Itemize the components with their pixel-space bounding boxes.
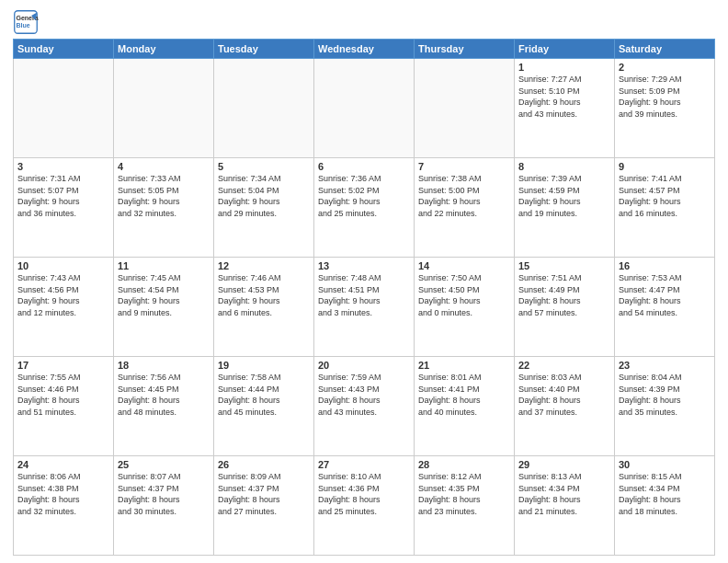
day-cell: 20Sunrise: 7:59 AM Sunset: 4:43 PM Dayli… xyxy=(314,357,415,456)
day-info: Sunrise: 7:34 AM Sunset: 5:04 PM Dayligh… xyxy=(218,173,310,219)
day-cell: 19Sunrise: 7:58 AM Sunset: 4:44 PM Dayli… xyxy=(214,357,314,456)
day-info: Sunrise: 7:39 AM Sunset: 4:59 PM Dayligh… xyxy=(518,173,610,219)
day-cell: 1Sunrise: 7:27 AM Sunset: 5:10 PM Daylig… xyxy=(515,59,615,158)
svg-text:Blue: Blue xyxy=(17,22,30,29)
day-cell: 23Sunrise: 8:04 AM Sunset: 4:39 PM Dayli… xyxy=(615,357,715,456)
day-info: Sunrise: 8:06 AM Sunset: 4:38 PM Dayligh… xyxy=(17,471,109,517)
day-info: Sunrise: 7:41 AM Sunset: 4:57 PM Dayligh… xyxy=(619,173,711,219)
weekday-header-wednesday: Wednesday xyxy=(314,40,415,59)
day-number: 6 xyxy=(318,161,410,172)
day-info: Sunrise: 8:09 AM Sunset: 4:37 PM Dayligh… xyxy=(218,471,310,517)
day-cell: 17Sunrise: 7:55 AM Sunset: 4:46 PM Dayli… xyxy=(14,357,114,456)
day-cell xyxy=(214,59,314,158)
week-row-3: 10Sunrise: 7:43 AM Sunset: 4:56 PM Dayli… xyxy=(14,258,715,357)
day-number: 15 xyxy=(518,260,610,271)
weekday-header-thursday: Thursday xyxy=(415,40,515,59)
day-number: 9 xyxy=(619,161,711,172)
day-number: 16 xyxy=(619,260,711,271)
day-cell: 10Sunrise: 7:43 AM Sunset: 4:56 PM Dayli… xyxy=(14,258,114,357)
day-info: Sunrise: 7:33 AM Sunset: 5:05 PM Dayligh… xyxy=(118,173,210,219)
day-info: Sunrise: 7:29 AM Sunset: 5:09 PM Dayligh… xyxy=(619,74,711,120)
weekday-header-friday: Friday xyxy=(515,40,615,59)
day-number: 3 xyxy=(17,161,109,172)
day-cell: 13Sunrise: 7:48 AM Sunset: 4:51 PM Dayli… xyxy=(314,258,415,357)
day-info: Sunrise: 7:38 AM Sunset: 5:00 PM Dayligh… xyxy=(418,173,510,219)
day-cell: 30Sunrise: 8:15 AM Sunset: 4:34 PM Dayli… xyxy=(615,456,715,556)
day-number: 14 xyxy=(418,260,510,271)
day-number: 23 xyxy=(619,360,711,371)
day-number: 12 xyxy=(218,260,310,271)
day-number: 1 xyxy=(518,62,610,73)
day-number: 19 xyxy=(218,360,310,371)
day-info: Sunrise: 7:27 AM Sunset: 5:10 PM Dayligh… xyxy=(518,74,610,120)
day-info: Sunrise: 8:10 AM Sunset: 4:36 PM Dayligh… xyxy=(318,471,410,517)
day-cell: 2Sunrise: 7:29 AM Sunset: 5:09 PM Daylig… xyxy=(615,59,715,158)
day-cell: 29Sunrise: 8:13 AM Sunset: 4:34 PM Dayli… xyxy=(515,456,615,556)
day-info: Sunrise: 7:50 AM Sunset: 4:50 PM Dayligh… xyxy=(418,272,510,318)
day-cell: 27Sunrise: 8:10 AM Sunset: 4:36 PM Dayli… xyxy=(314,456,415,556)
day-info: Sunrise: 8:03 AM Sunset: 4:40 PM Dayligh… xyxy=(518,372,610,418)
day-cell: 14Sunrise: 7:50 AM Sunset: 4:50 PM Dayli… xyxy=(415,258,515,357)
day-cell: 4Sunrise: 7:33 AM Sunset: 5:05 PM Daylig… xyxy=(114,158,214,258)
day-info: Sunrise: 7:46 AM Sunset: 4:53 PM Dayligh… xyxy=(218,272,310,318)
day-number: 22 xyxy=(518,360,610,371)
day-cell: 9Sunrise: 7:41 AM Sunset: 4:57 PM Daylig… xyxy=(615,158,715,258)
day-cell xyxy=(415,59,515,158)
day-cell xyxy=(314,59,415,158)
weekday-header-saturday: Saturday xyxy=(615,40,715,59)
day-cell: 8Sunrise: 7:39 AM Sunset: 4:59 PM Daylig… xyxy=(515,158,615,258)
day-cell: 7Sunrise: 7:38 AM Sunset: 5:00 PM Daylig… xyxy=(415,158,515,258)
day-number: 28 xyxy=(418,459,510,470)
day-number: 11 xyxy=(118,260,210,271)
week-row-5: 24Sunrise: 8:06 AM Sunset: 4:38 PM Dayli… xyxy=(14,456,715,556)
day-info: Sunrise: 8:12 AM Sunset: 4:35 PM Dayligh… xyxy=(418,471,510,517)
day-number: 26 xyxy=(218,459,310,470)
day-number: 20 xyxy=(318,360,410,371)
day-cell: 5Sunrise: 7:34 AM Sunset: 5:04 PM Daylig… xyxy=(214,158,314,258)
header: General Blue xyxy=(13,9,715,35)
day-info: Sunrise: 7:55 AM Sunset: 4:46 PM Dayligh… xyxy=(17,372,109,418)
day-cell: 21Sunrise: 8:01 AM Sunset: 4:41 PM Dayli… xyxy=(415,357,515,456)
day-info: Sunrise: 8:07 AM Sunset: 4:37 PM Dayligh… xyxy=(118,471,210,517)
page: General Blue SundayMondayTuesdayWednesda… xyxy=(0,0,728,563)
day-cell: 15Sunrise: 7:51 AM Sunset: 4:49 PM Dayli… xyxy=(515,258,615,357)
day-cell xyxy=(114,59,214,158)
day-number: 17 xyxy=(17,360,109,371)
day-number: 10 xyxy=(17,260,109,271)
day-info: Sunrise: 7:59 AM Sunset: 4:43 PM Dayligh… xyxy=(318,372,410,418)
day-number: 30 xyxy=(619,459,711,470)
day-cell: 28Sunrise: 8:12 AM Sunset: 4:35 PM Dayli… xyxy=(415,456,515,556)
weekday-header-row: SundayMondayTuesdayWednesdayThursdayFrid… xyxy=(14,40,715,59)
day-info: Sunrise: 7:48 AM Sunset: 4:51 PM Dayligh… xyxy=(318,272,410,318)
day-info: Sunrise: 7:56 AM Sunset: 4:45 PM Dayligh… xyxy=(118,372,210,418)
day-info: Sunrise: 8:04 AM Sunset: 4:39 PM Dayligh… xyxy=(619,372,711,418)
day-info: Sunrise: 7:43 AM Sunset: 4:56 PM Dayligh… xyxy=(17,272,109,318)
day-cell xyxy=(14,59,114,158)
day-number: 24 xyxy=(17,459,109,470)
day-info: Sunrise: 8:15 AM Sunset: 4:34 PM Dayligh… xyxy=(619,471,711,517)
day-cell: 16Sunrise: 7:53 AM Sunset: 4:47 PM Dayli… xyxy=(615,258,715,357)
day-info: Sunrise: 8:01 AM Sunset: 4:41 PM Dayligh… xyxy=(418,372,510,418)
day-cell: 24Sunrise: 8:06 AM Sunset: 4:38 PM Dayli… xyxy=(14,456,114,556)
weekday-header-tuesday: Tuesday xyxy=(214,40,314,59)
day-info: Sunrise: 8:13 AM Sunset: 4:34 PM Dayligh… xyxy=(518,471,610,517)
week-row-1: 1Sunrise: 7:27 AM Sunset: 5:10 PM Daylig… xyxy=(14,59,715,158)
day-number: 7 xyxy=(418,161,510,172)
day-number: 29 xyxy=(518,459,610,470)
day-number: 18 xyxy=(118,360,210,371)
day-number: 2 xyxy=(619,62,711,73)
day-cell: 11Sunrise: 7:45 AM Sunset: 4:54 PM Dayli… xyxy=(114,258,214,357)
day-number: 27 xyxy=(318,459,410,470)
day-number: 25 xyxy=(118,459,210,470)
day-info: Sunrise: 7:45 AM Sunset: 4:54 PM Dayligh… xyxy=(118,272,210,318)
day-cell: 22Sunrise: 8:03 AM Sunset: 4:40 PM Dayli… xyxy=(515,357,615,456)
day-number: 4 xyxy=(118,161,210,172)
day-cell: 26Sunrise: 8:09 AM Sunset: 4:37 PM Dayli… xyxy=(214,456,314,556)
day-cell: 25Sunrise: 8:07 AM Sunset: 4:37 PM Dayli… xyxy=(114,456,214,556)
day-info: Sunrise: 7:31 AM Sunset: 5:07 PM Dayligh… xyxy=(17,173,109,219)
week-row-4: 17Sunrise: 7:55 AM Sunset: 4:46 PM Dayli… xyxy=(14,357,715,456)
day-number: 21 xyxy=(418,360,510,371)
day-info: Sunrise: 7:58 AM Sunset: 4:44 PM Dayligh… xyxy=(218,372,310,418)
day-cell: 18Sunrise: 7:56 AM Sunset: 4:45 PM Dayli… xyxy=(114,357,214,456)
logo-icon: General Blue xyxy=(13,9,39,35)
